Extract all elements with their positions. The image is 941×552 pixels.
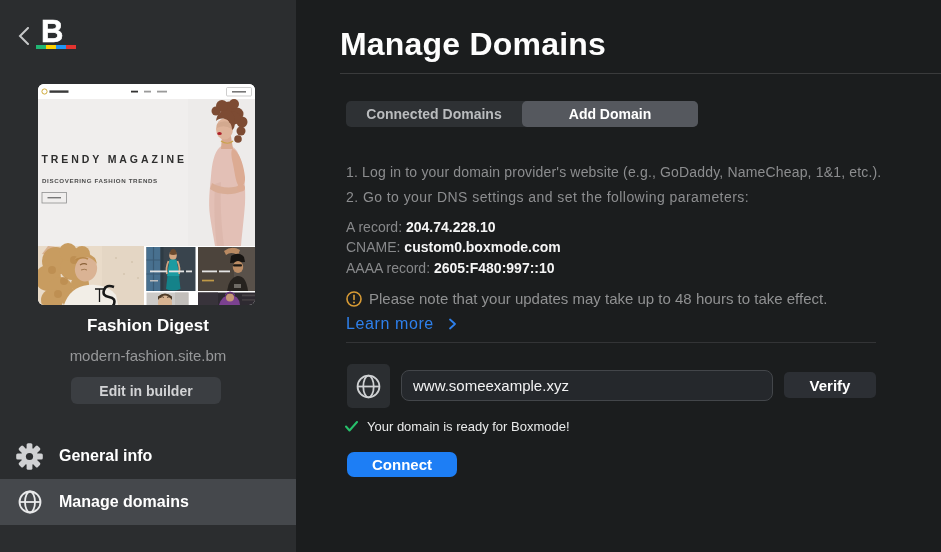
svg-text:DISCOVERING FASHION TRENDS: DISCOVERING FASHION TRENDS xyxy=(42,177,158,184)
svg-text:TRENDY MAGAZINE: TRENDY MAGAZINE xyxy=(42,153,187,165)
